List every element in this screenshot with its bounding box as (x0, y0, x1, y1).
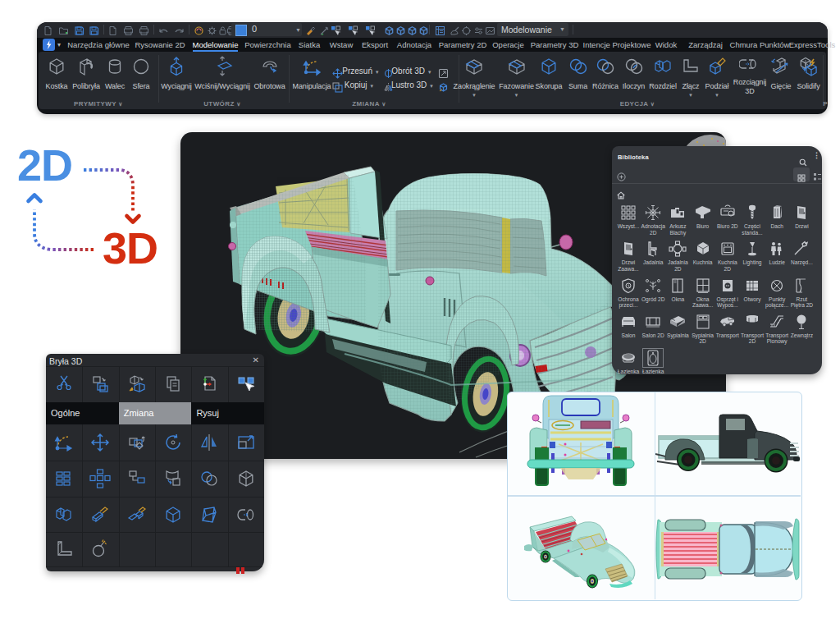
svg-text:3D: 3D (103, 223, 158, 271)
svg-text:2D: 2D (17, 144, 72, 190)
